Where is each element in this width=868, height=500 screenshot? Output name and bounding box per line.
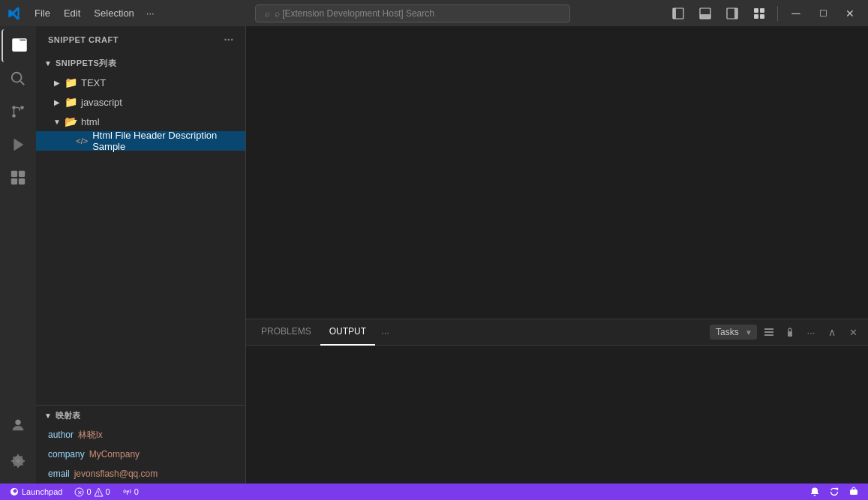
svg-point-11 (12, 73, 22, 82)
activity-account[interactable] (2, 409, 35, 442)
toggle-sidebar-btn[interactable] (666, 4, 690, 22)
svg-rect-26 (788, 331, 792, 337)
snippets-root-chevron (42, 57, 54, 69)
svg-text:!: ! (98, 490, 99, 496)
activity-run[interactable] (2, 128, 35, 161)
activity-source-control[interactable] (2, 95, 35, 128)
vscode-logo (6, 5, 23, 22)
statusbar-remote-label: Launchpad (22, 487, 62, 496)
svg-rect-32 (850, 490, 857, 495)
panel: PROBLEMS OUTPUT ··· Tasks ▼ (246, 319, 868, 484)
panel-close-btn[interactable]: ✕ (844, 323, 862, 341)
statusbar-notification[interactable] (806, 484, 823, 500)
menu-file[interactable]: File (29, 4, 56, 22)
snippet-craft-more[interactable]: ··· (221, 32, 236, 47)
svg-rect-2 (700, 14, 710, 19)
menu-selection[interactable]: Selection (88, 4, 140, 22)
menu-bar: File Edit Selection ··· (29, 4, 159, 22)
snippet-craft-title: SNIPPET CRAFT (48, 35, 119, 44)
html-folder-label: html (81, 116, 100, 127)
toggle-panel-btn[interactable] (693, 4, 717, 22)
html-file-item[interactable]: Html File Header Description Sample (36, 131, 245, 151)
map-key-company: company (48, 449, 85, 460)
layout-btn[interactable] (747, 4, 771, 22)
statusbar-right (806, 484, 862, 500)
settings-icon (10, 453, 26, 469)
statusbar-broadcast[interactable]: 0 (119, 484, 142, 500)
activity-explorer[interactable] (2, 29, 35, 62)
toggle-right-panel-btn[interactable] (720, 4, 744, 22)
map-item-email: email jevonsflash@qq.com (36, 464, 245, 484)
statusbar-errors[interactable]: ✕ 0 ! 0 (71, 484, 113, 500)
activity-extensions[interactable] (2, 161, 35, 194)
statusbar-sync[interactable] (826, 484, 842, 500)
map-key-author: author (48, 430, 74, 440)
tab-more[interactable]: ··· (375, 324, 395, 341)
maximize-btn[interactable]: ☐ (811, 4, 835, 22)
editor-main (246, 26, 868, 319)
search-icon: ⌕ (265, 9, 270, 18)
panel-close-icon: ✕ (849, 327, 857, 338)
output-select[interactable]: Tasks (710, 325, 757, 340)
panel-more-icon: ··· (807, 327, 815, 338)
close-btn[interactable]: ✕ (838, 4, 862, 22)
panel-lock-btn[interactable] (781, 323, 799, 341)
search-area: ⌕ ⌕ [Extension Development Host] Search (159, 4, 666, 22)
svg-rect-17 (11, 171, 17, 177)
lock-icon (785, 327, 795, 337)
snippet-craft-header: SNIPPET CRAFT ··· (36, 26, 245, 53)
titlebar-sep (777, 6, 778, 21)
statusbar-remote[interactable]: Launchpad (6, 484, 65, 500)
panel-content (246, 346, 868, 484)
map-root-label: 映射表 (56, 410, 80, 421)
map-item-author: author 林晓lx (36, 425, 245, 445)
panel-tab-bar: PROBLEMS OUTPUT ··· Tasks ▼ (246, 319, 868, 346)
activity-settings[interactable] (2, 445, 35, 478)
list-icon (764, 327, 774, 337)
svg-point-15 (12, 114, 16, 118)
minimize-btn[interactable]: ─ (784, 4, 808, 22)
activity-bar-bottom (2, 409, 35, 484)
editor-area: PROBLEMS OUTPUT ··· Tasks ▼ (246, 26, 868, 484)
panel-list-btn[interactable] (760, 323, 778, 341)
svg-rect-9 (760, 14, 764, 19)
statusbar-remote-indicator[interactable] (845, 484, 862, 500)
html-folder-item[interactable]: html (36, 112, 245, 131)
titlebar-actions: ─ ☐ ✕ (666, 4, 862, 22)
tab-output[interactable]: OUTPUT (320, 319, 375, 346)
html-folder-icon (65, 115, 77, 127)
map-item-company: company MyCompany (36, 445, 245, 464)
snippet-craft-actions: ··· (221, 32, 236, 47)
broadcast-icon (122, 487, 132, 497)
svg-marker-16 (14, 139, 24, 151)
map-section: 映射表 author 林晓lx company MyCompany email … (36, 406, 245, 484)
search-box[interactable]: ⌕ ⌕ [Extension Development Host] Search (255, 4, 570, 22)
javascript-folder-icon (65, 96, 77, 108)
extensions-icon (10, 169, 26, 186)
svg-text:✕: ✕ (77, 490, 83, 496)
svg-point-21 (15, 420, 20, 425)
snippets-tree-root[interactable]: SNIPPETS列表 (36, 53, 245, 73)
html-file-icon (76, 135, 88, 147)
panel-more-btn[interactable]: ··· (802, 323, 820, 341)
tab-problems[interactable]: PROBLEMS (252, 319, 320, 346)
text-chevron (51, 76, 63, 88)
menu-more[interactable]: ··· (142, 4, 159, 22)
map-section-root[interactable]: 映射表 (36, 406, 245, 425)
svg-rect-25 (764, 334, 773, 336)
remote-icon (9, 487, 20, 497)
svg-rect-23 (764, 328, 773, 330)
javascript-folder-item[interactable]: javascript (36, 92, 245, 112)
panel-up-btn[interactable]: ∧ (823, 323, 841, 341)
source-control-icon (10, 103, 26, 120)
warning-icon: ! (94, 487, 104, 497)
svg-point-30 (126, 490, 128, 492)
text-folder-item[interactable]: TEXT (36, 73, 245, 92)
html-file-label: Html File Header Description Sample (92, 130, 245, 152)
menu-edit[interactable]: Edit (58, 4, 86, 22)
bell-icon (809, 487, 820, 497)
html-chevron (51, 115, 63, 127)
activity-search[interactable] (2, 62, 35, 95)
remote-status-icon (848, 487, 859, 497)
statusbar-left: Launchpad ✕ 0 ! 0 0 (6, 484, 142, 500)
